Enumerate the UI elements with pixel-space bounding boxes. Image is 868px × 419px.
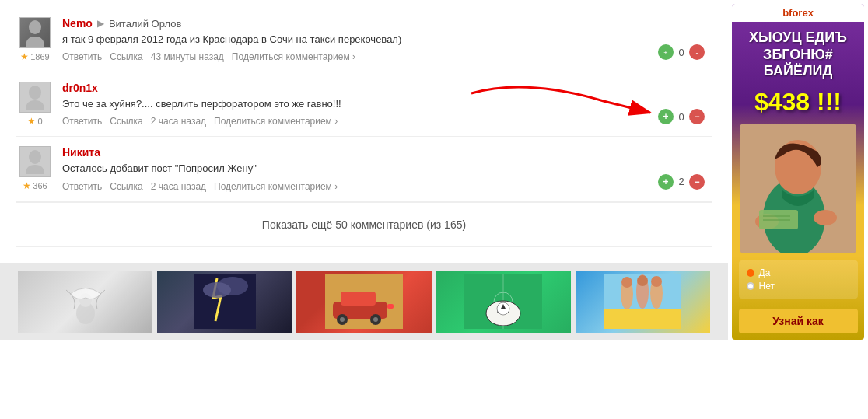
minus-icon-nikita: − xyxy=(694,176,699,187)
ad-cta-label: Узнай как xyxy=(772,315,824,327)
thumbnail-car[interactable] xyxy=(296,271,431,333)
comment-body-nikita: Никита Осталось добавит пост "Попросил Ж… xyxy=(54,146,712,191)
svg-point-33 xyxy=(651,276,662,287)
sidebar: bforex ХЫОУЦ ЕДИЪ ЗБГОНЮ# БАЙЁЛИД $438 !… xyxy=(728,0,868,419)
vote-up-nemo[interactable]: + xyxy=(658,44,674,60)
car-thumbnail-svg xyxy=(325,274,403,329)
vote-down-dr0n1x[interactable]: − xyxy=(689,109,705,124)
svg-point-38 xyxy=(814,210,837,225)
ad-headline: ХЫОУЦ ЕДИЪ ЗБГОНЮ# БАЙЁЛИД xyxy=(732,22,864,84)
svg-rect-27 xyxy=(604,309,681,329)
ad-options: Да Нет xyxy=(739,260,858,299)
share-link-nemo[interactable]: Поделиться комментарием › xyxy=(232,51,355,62)
svg-point-12 xyxy=(203,282,231,298)
avatar-nikita xyxy=(19,146,51,177)
vote-count-nemo: 0 xyxy=(677,47,686,58)
ad-amount: $438 !!! xyxy=(751,84,845,120)
avatar-photo-nemo xyxy=(20,18,50,47)
ad-option-no: Нет xyxy=(747,281,850,292)
radio-yes[interactable] xyxy=(747,269,754,277)
avatar-col-nemo: ★ 1869 xyxy=(16,17,54,62)
svg-rect-15 xyxy=(341,292,376,306)
share-link-dr0n1x[interactable]: Поделиться комментарием › xyxy=(214,116,338,127)
svg-point-19 xyxy=(373,317,378,322)
comment-nikita: ★ 366 Никита Осталось добавит пост "Попр… xyxy=(16,137,712,201)
svg-point-6 xyxy=(29,86,41,100)
main-content: ★ 1869 Nemo ▶ Виталий Орлов я так 9 февр… xyxy=(0,0,728,419)
user-rating-dr0n1x: ★ 0 xyxy=(27,116,42,127)
show-more-button[interactable]: Показать ещё 50 комментариев (из 165) xyxy=(16,202,712,247)
minus-icon: − xyxy=(694,111,699,122)
option-no-label: Нет xyxy=(759,281,775,292)
reply-link-nikita[interactable]: Ответить xyxy=(62,181,102,192)
show-more-label: Показать ещё 50 комментариев (из 165) xyxy=(262,218,466,231)
thumbnail-soccer[interactable] xyxy=(436,271,571,333)
svg-text:+: + xyxy=(663,49,667,57)
ad-banner[interactable]: bforex ХЫОУЦ ЕДИЪ ЗБГОНЮ# БАЙЁЛИД $438 !… xyxy=(732,4,864,340)
comment-nemo: ★ 1869 Nemo ▶ Виталий Орлов я так 9 февр… xyxy=(16,8,712,72)
arrow-right-icon: ▶ xyxy=(97,18,104,29)
comment-text-nikita: Осталось добавит пост "Попросил Жену" xyxy=(62,162,712,176)
svg-text:-: - xyxy=(696,49,698,57)
comment-header-nikita: Никита xyxy=(62,146,712,159)
star-icon: ★ xyxy=(20,51,29,62)
url-link-nemo[interactable]: Ссылка xyxy=(110,51,142,62)
star-icon-dr0n1x: ★ xyxy=(27,116,36,127)
ad-logo: bforex xyxy=(732,4,864,22)
vote-down-nemo[interactable]: - xyxy=(689,44,705,60)
vote-up-nikita[interactable]: + xyxy=(658,174,674,190)
reply-link-nemo[interactable]: Ответить xyxy=(62,51,102,62)
url-link-dr0n1x[interactable]: Ссылка xyxy=(110,116,142,127)
avatar-nemo xyxy=(19,17,51,48)
storm-thumbnail-svg xyxy=(194,274,256,329)
svg-point-31 xyxy=(621,277,632,288)
thumbnail-fairy[interactable] xyxy=(18,271,152,333)
rating-value-dr0n1x: 0 xyxy=(37,117,42,126)
vote-count-nikita: 2 xyxy=(677,176,686,187)
plus-icon-nikita: + xyxy=(663,176,668,187)
user-rating-nikita: ★ 366 xyxy=(23,180,47,191)
comment-text-nemo: я так 9 февраля 2012 года из Краснодара … xyxy=(62,33,712,47)
radio-no[interactable] xyxy=(747,282,754,290)
time-nikita: 2 часа назад xyxy=(151,181,206,192)
star-icon-nikita: ★ xyxy=(23,180,31,191)
person-silhouette-icon xyxy=(23,19,47,47)
avatar-col-nikita: ★ 366 xyxy=(16,146,54,191)
ad-cta-button[interactable]: Узнай как xyxy=(739,309,858,333)
comment-username-nikita: Никита xyxy=(62,146,100,159)
svg-point-7 xyxy=(29,150,41,164)
comment-actions-nemo: Ответить Ссылка 43 минуты назад Поделить… xyxy=(62,51,712,62)
comments-section: ★ 1869 Nemo ▶ Виталий Орлов я так 9 февр… xyxy=(0,0,728,255)
comment-username-nemo: Nemo xyxy=(62,17,93,30)
thumbnail-beach[interactable] xyxy=(576,271,710,333)
default-avatar-icon xyxy=(24,85,46,110)
thumbnail-storm[interactable] xyxy=(157,271,292,333)
beach-thumbnail-svg xyxy=(604,274,681,329)
rating-value-nikita: 366 xyxy=(33,181,47,190)
svg-point-17 xyxy=(340,317,345,322)
comment-reply-to-nemo: Виталий Орлов xyxy=(109,18,181,30)
avatar-dr0n1x xyxy=(19,82,51,113)
red-arrow-annotation xyxy=(464,70,681,134)
time-nemo: 43 минуты назад xyxy=(151,51,224,62)
option-yes-label: Да xyxy=(759,267,771,278)
share-link-nikita[interactable]: Поделиться комментарием › xyxy=(214,181,338,192)
ad-logo-text: bforex xyxy=(782,7,814,19)
person-illustration-svg xyxy=(740,124,856,253)
user-rating-nemo: ★ 1869 xyxy=(20,51,49,62)
vote-area-nikita: + 2 − xyxy=(658,174,705,190)
fairy-thumbnail-svg xyxy=(62,278,109,325)
vote-area-nemo: + 0 - xyxy=(658,44,705,60)
time-dr0n1x: 2 часа назад xyxy=(151,116,206,127)
thumbs-up-icon: + xyxy=(661,47,670,57)
avatar-col-dr0n1x: ★ 0 xyxy=(16,82,54,127)
soccer-thumbnail-svg xyxy=(464,274,542,329)
comment-username-dr0n1x: dr0n1x xyxy=(62,82,98,94)
reply-link-dr0n1x[interactable]: Ответить xyxy=(62,116,102,127)
comment-header-nemo: Nemo ▶ Виталий Орлов xyxy=(62,17,712,30)
url-link-nikita[interactable]: Ссылка xyxy=(110,181,142,192)
ad-person-image xyxy=(740,124,856,253)
default-avatar-icon-nikita xyxy=(24,149,46,174)
vote-down-nikita[interactable]: − xyxy=(689,174,705,190)
svg-point-0 xyxy=(29,20,41,34)
